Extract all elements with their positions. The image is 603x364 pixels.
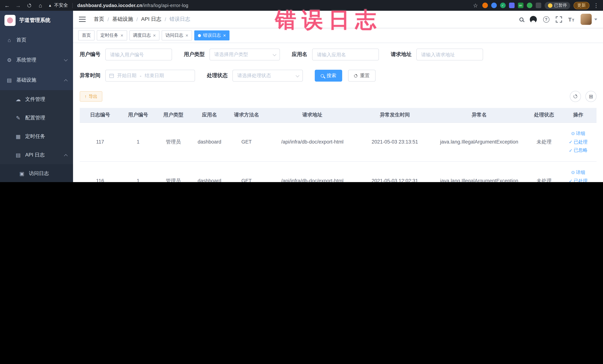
extension-icon[interactable] [482, 3, 488, 8]
back-icon[interactable]: ← [4, 3, 10, 8]
table-row: 116 1 管理员 dashboard GET /api/infra/db-do… [80, 162, 596, 182]
breadcrumb-item[interactable]: 基础设施 [112, 16, 133, 23]
github-icon[interactable] [530, 16, 537, 23]
home-icon: ⌂ [6, 37, 13, 43]
col-actions: 操作 [560, 111, 596, 119]
cell-method: GET [228, 177, 265, 182]
close-icon[interactable]: × [120, 33, 123, 38]
cell-request-url: /api/infra/db-doc/export-html [265, 138, 359, 146]
app-logo-row[interactable]: 芋道管理系统 [0, 11, 73, 30]
bookmark-star-icon[interactable]: ☆ [472, 3, 479, 8]
sidebar-item-infrastructure[interactable]: ▤ 基础设施 [0, 70, 73, 90]
url-domain: dashboard.yudao.iocoder.cn [77, 3, 142, 8]
search-button-label: 搜索 [327, 72, 336, 79]
user-type-select[interactable]: 请选择用户类型 [209, 48, 280, 60]
col-user-type: 用户类型 [156, 111, 191, 119]
sidebar-item-label: 配置管理 [25, 115, 45, 121]
help-icon[interactable]: ? [543, 16, 549, 23]
tab-access-log[interactable]: 访问日志 × [162, 30, 192, 40]
table-toolbar: ↑ 导出 ⊞ [80, 91, 596, 102]
browser-home-icon[interactable]: ⌂ [37, 3, 44, 8]
tab-home[interactable]: 首页 [78, 30, 94, 40]
process-status-select[interactable]: 请选择处理状态 [232, 70, 303, 82]
tab-error-log[interactable]: 错误日志 × [194, 30, 230, 40]
user-id-input[interactable] [105, 48, 172, 60]
document-icon: ▣ [19, 171, 25, 176]
cell-exception-name: java.lang.IllegalArgumentException [430, 138, 528, 146]
tab-scheduled-tasks[interactable]: 定时任务 × [97, 30, 127, 40]
browser-menu-icon[interactable]: ⋮ [593, 3, 600, 8]
breadcrumb-item-current: 错误日志 [169, 16, 190, 23]
exception-time-label: 异常时间 [80, 72, 101, 79]
reset-button[interactable]: 重置 [348, 70, 376, 82]
col-method: 请求方法名 [228, 111, 265, 119]
user-menu[interactable] [580, 14, 597, 25]
tab-label: 调度日志 [133, 32, 151, 39]
browser-toolbar: ← → ⌂ ▲ 不安全 dashboard.yudao.iocoder.cn/i… [0, 0, 603, 11]
view-icon: ⊙ [571, 131, 575, 136]
mark-processed-link[interactable]: ✓已处理 [569, 139, 587, 146]
refresh-glyph [27, 4, 31, 7]
reload-icon[interactable] [26, 3, 33, 8]
gear-icon: ⚙ [6, 57, 13, 63]
extension-icon[interactable]: on [518, 3, 523, 8]
cloud-icon: ☁ [15, 96, 22, 102]
close-icon[interactable]: × [185, 33, 188, 38]
check-icon: ✓ [569, 140, 572, 144]
extension-icon[interactable] [491, 3, 497, 8]
cell-actions: ⊙详细 ✓已处理 ✓已忽略 [560, 165, 596, 182]
col-log-id: 日志编号 [80, 111, 120, 119]
paused-chip[interactable]: 已暂停 [545, 2, 570, 9]
app-name-input[interactable] [312, 48, 379, 60]
emoji-face-icon [548, 3, 552, 8]
edit-icon: ✎ [15, 115, 22, 121]
sidebar-item-home[interactable]: ⌂ 首页 [0, 30, 73, 50]
tab-schedule-log[interactable]: 调度日志 × [129, 30, 159, 40]
mark-processed-link[interactable]: ✓已处理 [569, 177, 587, 182]
extension-icon[interactable] [535, 3, 541, 8]
refresh-table-button[interactable] [570, 91, 581, 102]
extension-icon[interactable]: ✓ [500, 3, 506, 8]
detail-link[interactable]: ⊙详细 [571, 130, 585, 137]
request-url-input[interactable] [416, 48, 483, 60]
detail-link[interactable]: ⊙详细 [571, 169, 585, 176]
close-icon[interactable]: × [223, 33, 226, 38]
date-range-picker[interactable]: 开始日期 - 结束日期 [105, 70, 195, 82]
extension-icon[interactable] [509, 3, 514, 8]
search-button[interactable]: 搜索 [315, 70, 342, 82]
refresh-icon [574, 94, 577, 98]
screen: ← → ⌂ ▲ 不安全 dashboard.yudao.iocoder.cn/i… [0, 0, 603, 182]
breadcrumb-item[interactable]: 首页 [94, 16, 104, 23]
sidebar-item-scheduled-tasks[interactable]: ▦ 定时任务 [0, 127, 73, 146]
search-icon[interactable] [519, 17, 523, 21]
tab-label: 错误日志 [203, 32, 221, 39]
sidebar-item-file-mgmt[interactable]: ☁ 文件管理 [0, 90, 73, 109]
extension-icon[interactable] [527, 3, 532, 8]
address-bar[interactable]: dashboard.yudao.iocoder.cn/infra/log/api… [77, 3, 188, 8]
user-type-label: 用户类型 [184, 51, 205, 58]
fullscreen-icon[interactable] [556, 16, 562, 23]
sidebar-item-access-log[interactable]: ▣ 访问日志 [0, 164, 73, 182]
close-icon[interactable]: × [153, 33, 156, 38]
process-status-label: 处理状态 [207, 72, 228, 79]
date-separator: - [140, 73, 141, 78]
monitor-icon: ▤ [6, 77, 13, 83]
export-button[interactable]: ↑ 导出 [80, 91, 102, 102]
update-chip[interactable]: 更新 [574, 2, 590, 9]
cell-log-id: 117 [80, 138, 120, 146]
cell-request-url: /api/infra/db-doc/export-html [265, 177, 359, 182]
app-title: 芋道管理系统 [19, 17, 50, 24]
cell-exception-name: java.lang.IllegalArgumentException [430, 177, 528, 182]
column-settings-button[interactable]: ⊞ [585, 91, 596, 102]
table-row: 117 1 管理员 dashboard GET /api/infra/db-do… [80, 123, 596, 162]
site-security-chip[interactable]: ▲ 不安全 [48, 2, 68, 9]
sidebar-item-system-mgmt[interactable]: ⚙ 系统管理 [0, 50, 73, 70]
sidebar-item-api-logs[interactable]: ▤ API 日志 [0, 146, 73, 164]
divider [72, 3, 73, 8]
mark-ignored-link[interactable]: ✓已忽略 [569, 147, 587, 154]
forward-icon[interactable]: → [15, 3, 22, 8]
breadcrumb-item[interactable]: API 日志 [141, 16, 162, 23]
sidebar-item-config-mgmt[interactable]: ✎ 配置管理 [0, 109, 73, 127]
font-size-icon[interactable]: T T [568, 16, 574, 22]
sidebar-toggle-icon[interactable] [79, 17, 86, 22]
